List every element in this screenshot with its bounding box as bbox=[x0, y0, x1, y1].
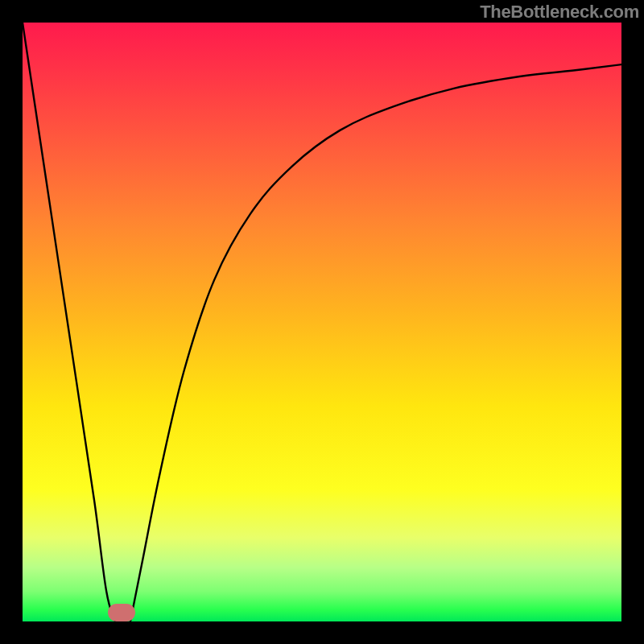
plot-area bbox=[23, 23, 621, 621]
watermark-text: TheBottleneck.com bbox=[480, 2, 639, 23]
optimal-point-marker bbox=[108, 604, 135, 621]
curve-path bbox=[23, 23, 621, 621]
chart-frame: TheBottleneck.com bbox=[0, 0, 644, 644]
bottleneck-curve bbox=[23, 23, 621, 621]
